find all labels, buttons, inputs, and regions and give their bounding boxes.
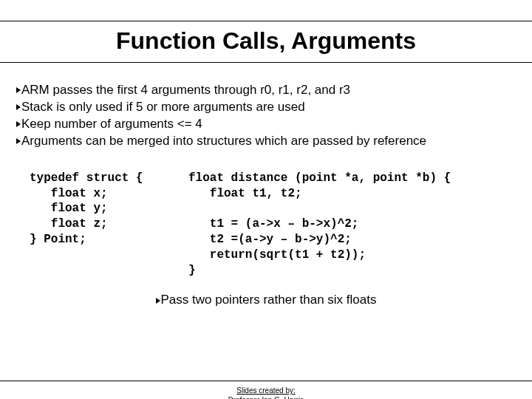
bullet-item: ARM passes the first 4 arguments through… bbox=[16, 82, 516, 99]
bullet-text: ARM passes the first 4 arguments through… bbox=[21, 82, 350, 99]
footer-rule bbox=[0, 381, 532, 381]
closing-inner: Pass two pointers rather than six floats bbox=[156, 293, 377, 307]
code-function: float distance (point *a, point *b) { fl… bbox=[188, 171, 451, 279]
closing-text: Pass two pointers rather than six floats bbox=[161, 293, 377, 307]
code-row: typedef struct { float x; float y; float… bbox=[0, 171, 532, 279]
footer-line2: Professor Ian G. Harris bbox=[228, 396, 304, 399]
footer-text: Slides created by: Professor Ian G. Harr… bbox=[0, 386, 532, 399]
bullet-arrow-icon bbox=[16, 121, 21, 127]
bullet-list: ARM passes the first 4 arguments through… bbox=[16, 82, 516, 150]
bullet-item: Arguments can be merged into structures … bbox=[16, 133, 516, 150]
bullet-arrow-icon bbox=[16, 87, 21, 93]
bullet-text: Keep number of arguments <= 4 bbox=[21, 116, 202, 133]
bullet-text: Stack is only used if 5 or more argument… bbox=[21, 99, 305, 116]
bullet-arrow-icon bbox=[156, 298, 160, 304]
bullet-item: Stack is only used if 5 or more argument… bbox=[16, 99, 516, 116]
footer: Slides created by: Professor Ian G. Harr… bbox=[0, 381, 532, 399]
bullet-item: Keep number of arguments <= 4 bbox=[16, 116, 516, 133]
code-struct: typedef struct { float x; float y; float… bbox=[30, 171, 188, 279]
slide: Function Calls, Arguments ARM passes the… bbox=[0, 21, 532, 399]
slide-title: Function Calls, Arguments bbox=[0, 27, 532, 55]
footer-line1: Slides created by: bbox=[236, 386, 296, 395]
closing-line: Pass two pointers rather than six floats bbox=[0, 293, 532, 307]
bullet-text: Arguments can be merged into structures … bbox=[21, 133, 426, 150]
title-block: Function Calls, Arguments bbox=[0, 21, 532, 63]
bullet-arrow-icon bbox=[16, 104, 21, 110]
bullet-arrow-icon bbox=[16, 138, 21, 144]
